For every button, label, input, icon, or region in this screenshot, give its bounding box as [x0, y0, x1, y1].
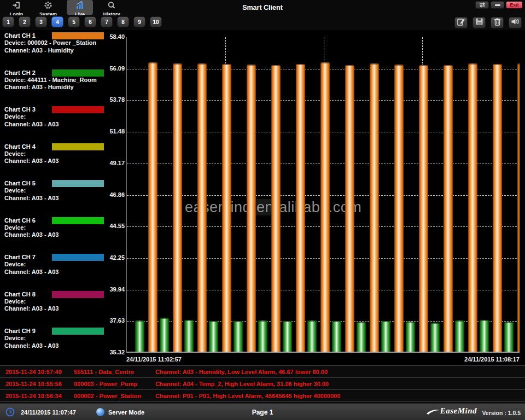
alarm-message: Channel: A04 - Temp_2, High Level Alarm,… — [155, 378, 329, 390]
bar-ch2 — [283, 321, 292, 352]
statusbar: 24/11/2015 11:07:47 Server Mode Page 1 E… — [0, 404, 525, 420]
bar-ch2 — [258, 320, 267, 352]
switch-view-icon — [479, 0, 486, 10]
page-tab-4[interactable]: 4 — [51, 16, 63, 27]
channel-color-chip — [52, 69, 104, 77]
bar-ch1 — [148, 62, 158, 352]
bar-ch1 — [173, 63, 182, 352]
bar-ch1 — [493, 64, 502, 352]
y-tick-label: 42.25 — [101, 254, 125, 261]
bar-ch1 — [296, 64, 305, 352]
page-tab-1[interactable]: 1 — [2, 16, 14, 27]
y-tick-label: 49.17 — [101, 160, 125, 166]
chart-area: easemind.en.alibaba.com 58.4056.0953.785… — [101, 31, 525, 365]
minimize-icon — [495, 4, 500, 6]
y-tick-label: 58.40 — [101, 33, 125, 40]
tabbar: 12345678910 — [0, 15, 525, 30]
alarm-row[interactable]: 2015-11-24 10:55:56000003 - Power_PumpCh… — [0, 378, 525, 390]
channel-color-chip — [52, 217, 104, 224]
bar-ch2 — [430, 323, 440, 352]
bar-ch1 — [468, 63, 477, 352]
alarm-device: 000002 - Power_Station — [74, 390, 141, 402]
alarm-device: 555111 - Data_Centre — [74, 366, 134, 378]
bars-layer — [127, 37, 520, 352]
page-tab-3[interactable]: 3 — [35, 16, 47, 27]
save-icon — [475, 18, 483, 28]
speaker-icon — [511, 18, 520, 28]
bar-ch1 — [197, 63, 207, 352]
edit-icon — [457, 18, 465, 28]
y-tick-label: 56.09 — [101, 65, 125, 72]
save-button[interactable] — [472, 17, 486, 28]
x-axis-end-label: 24/11/2015 11:08:17 — [464, 356, 520, 363]
bar-ch2 — [455, 320, 464, 352]
bar-ch2 — [307, 320, 317, 352]
bar-ch2 — [160, 318, 169, 352]
alarm-time: 2015-11-24 10:56:34 — [5, 390, 62, 402]
bar-ch2 — [504, 322, 514, 352]
alarm-row[interactable]: 2015-11-24 10:57:49555111 - Data_CentreC… — [0, 366, 525, 378]
bar-ch2 — [184, 320, 194, 352]
bar-ch2 — [234, 321, 243, 352]
bar-ch1 — [222, 64, 231, 352]
bar-ch1 — [370, 63, 379, 352]
page-tab-6[interactable]: 6 — [84, 16, 96, 27]
smart-client-window: { "titlebar": { "title": "Smart Client",… — [0, 0, 525, 420]
alarm-panel: 2015-11-24 10:57:49555111 - Data_CentreC… — [0, 365, 525, 404]
bar-ch2 — [406, 322, 415, 352]
page-tabs: 12345678910 — [2, 16, 162, 27]
page-tab-10[interactable]: 10 — [150, 16, 162, 27]
alarm-message: Channel: P01 - P01, High Level Alarm, 45… — [155, 390, 340, 402]
page-tab-2[interactable]: 2 — [19, 16, 31, 27]
bar-ch1 — [345, 65, 354, 352]
window-controls: Exit — [475, 1, 523, 9]
app-title: Smart Client — [0, 4, 525, 11]
brand-logo: EaseMind — [426, 406, 477, 416]
trash-icon — [493, 18, 501, 28]
minimize-button[interactable] — [491, 1, 504, 9]
bar-ch2 — [480, 320, 489, 352]
channel-color-chip — [52, 106, 104, 113]
bar-ch1 — [517, 63, 520, 352]
alarm-row[interactable]: 2015-11-24 10:56:34000002 - Power_Statio… — [0, 390, 525, 402]
y-tick-label: 37.63 — [101, 317, 125, 324]
page-tab-8[interactable]: 8 — [117, 16, 129, 27]
bar-ch2 — [381, 321, 390, 352]
plot: easemind.en.alibaba.com — [126, 37, 520, 353]
bar-ch1 — [394, 65, 404, 352]
alarm-message: Channel: A03 - Humidity, Low Level Alarm… — [155, 366, 328, 378]
brand-swoosh-icon — [426, 408, 440, 416]
y-tick-label: 39.94 — [101, 286, 125, 293]
page-tab-7[interactable]: 7 — [101, 16, 113, 27]
y-tick-label: 44.55 — [101, 223, 125, 229]
bar-ch1 — [419, 65, 428, 352]
page-tab-9[interactable]: 9 — [133, 16, 145, 27]
y-tick-label: 35.32 — [101, 349, 125, 355]
x-axis-start-label: 24/11/2015 11:02:57 — [126, 356, 182, 363]
channel-color-chip — [52, 328, 104, 335]
bar-ch2 — [209, 321, 218, 352]
switch-view-button[interactable] — [475, 1, 489, 9]
page-tab-5[interactable]: 5 — [68, 16, 80, 27]
channel-color-chip — [52, 180, 104, 187]
channel-color-chip — [52, 32, 104, 39]
bar-ch1 — [247, 65, 256, 352]
bar-ch1 — [320, 62, 330, 352]
alarm-time: 2015-11-24 10:57:49 — [5, 366, 62, 378]
alarm-device: 000003 - Power_Pump — [74, 378, 137, 390]
y-tick-label: 53.78 — [101, 96, 125, 103]
y-tick-label: 51.48 — [101, 128, 125, 135]
exit-button[interactable]: Exit — [506, 1, 523, 9]
brand-name: EaseMind — [440, 406, 477, 416]
edit-button[interactable] — [454, 17, 468, 28]
delete-button[interactable] — [491, 17, 504, 28]
bar-ch2 — [332, 321, 341, 352]
channel-color-chip — [52, 254, 104, 261]
toolbar — [454, 17, 522, 28]
bar-ch1 — [444, 65, 453, 352]
alarm-time: 2015-11-24 10:55:56 — [5, 378, 62, 390]
sound-button[interactable] — [509, 17, 522, 28]
channel-color-chip — [52, 291, 104, 298]
bar-ch2 — [357, 322, 366, 352]
titlebar: Login System Live History Smart Client — [0, 0, 525, 15]
